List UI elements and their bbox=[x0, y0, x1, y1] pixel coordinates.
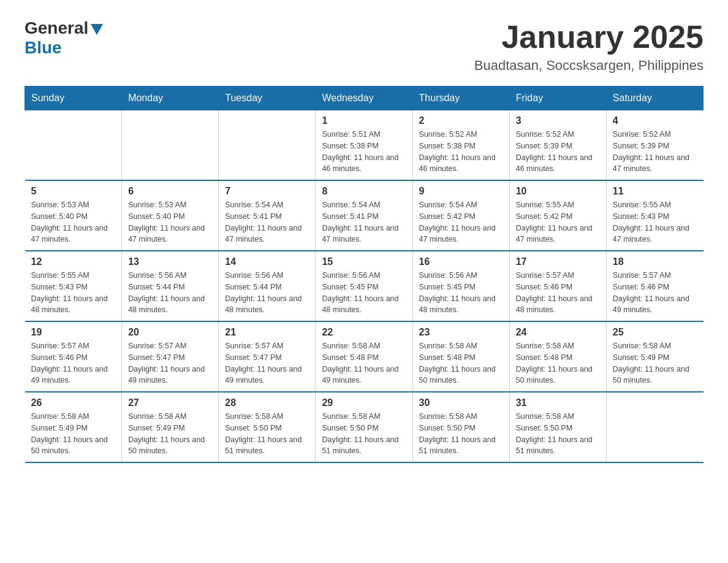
day-number: 15 bbox=[322, 256, 406, 267]
day-info: Sunrise: 5:52 AM Sunset: 5:39 PM Dayligh… bbox=[516, 129, 600, 175]
day-info: Sunrise: 5:57 AM Sunset: 5:46 PM Dayligh… bbox=[31, 340, 116, 386]
logo-blue: Blue bbox=[25, 38, 62, 58]
day-number: 28 bbox=[225, 397, 309, 408]
weekday-header-monday: Monday bbox=[122, 86, 219, 110]
calendar-cell: 2Sunrise: 5:52 AM Sunset: 5:38 PM Daylig… bbox=[412, 110, 509, 181]
day-info: Sunrise: 5:55 AM Sunset: 5:43 PM Dayligh… bbox=[613, 199, 697, 245]
logo-arrow-icon bbox=[91, 24, 103, 35]
day-number: 14 bbox=[225, 256, 309, 267]
calendar-cell: 1Sunrise: 5:51 AM Sunset: 5:38 PM Daylig… bbox=[316, 110, 412, 181]
calendar-cell bbox=[25, 110, 122, 181]
day-number: 30 bbox=[419, 397, 503, 408]
day-number: 13 bbox=[128, 256, 212, 267]
week-row-1: 1Sunrise: 5:51 AM Sunset: 5:38 PM Daylig… bbox=[25, 110, 703, 181]
day-info: Sunrise: 5:58 AM Sunset: 5:48 PM Dayligh… bbox=[322, 340, 406, 386]
day-number: 12 bbox=[31, 256, 116, 267]
day-info: Sunrise: 5:53 AM Sunset: 5:40 PM Dayligh… bbox=[128, 199, 212, 245]
day-info: Sunrise: 5:58 AM Sunset: 5:49 PM Dayligh… bbox=[128, 411, 212, 457]
day-info: Sunrise: 5:56 AM Sunset: 5:45 PM Dayligh… bbox=[419, 270, 503, 316]
weekday-header-wednesday: Wednesday bbox=[316, 86, 412, 110]
location-title: Buadtasan, Soccsksargen, Philippines bbox=[474, 58, 703, 74]
day-info: Sunrise: 5:58 AM Sunset: 5:49 PM Dayligh… bbox=[31, 411, 116, 457]
calendar-cell: 13Sunrise: 5:56 AM Sunset: 5:44 PM Dayli… bbox=[122, 251, 219, 321]
calendar-cell: 31Sunrise: 5:58 AM Sunset: 5:50 PM Dayli… bbox=[509, 392, 606, 462]
day-number: 7 bbox=[225, 186, 309, 197]
calendar-cell: 12Sunrise: 5:55 AM Sunset: 5:43 PM Dayli… bbox=[25, 251, 122, 321]
day-number: 27 bbox=[128, 397, 212, 408]
calendar-cell bbox=[606, 392, 703, 462]
day-info: Sunrise: 5:53 AM Sunset: 5:40 PM Dayligh… bbox=[31, 199, 116, 245]
day-number: 11 bbox=[613, 186, 697, 197]
week-row-4: 19Sunrise: 5:57 AM Sunset: 5:46 PM Dayli… bbox=[25, 321, 703, 392]
day-info: Sunrise: 5:56 AM Sunset: 5:44 PM Dayligh… bbox=[225, 270, 309, 316]
calendar-cell: 4Sunrise: 5:52 AM Sunset: 5:39 PM Daylig… bbox=[606, 110, 703, 181]
calendar-cell: 22Sunrise: 5:58 AM Sunset: 5:48 PM Dayli… bbox=[316, 321, 412, 392]
calendar-cell: 8Sunrise: 5:54 AM Sunset: 5:41 PM Daylig… bbox=[316, 180, 412, 251]
calendar-cell bbox=[122, 110, 219, 181]
day-info: Sunrise: 5:58 AM Sunset: 5:50 PM Dayligh… bbox=[419, 411, 503, 457]
week-row-5: 26Sunrise: 5:58 AM Sunset: 5:49 PM Dayli… bbox=[25, 392, 703, 462]
logo: General Blue bbox=[25, 18, 103, 58]
calendar-cell: 21Sunrise: 5:57 AM Sunset: 5:47 PM Dayli… bbox=[219, 321, 316, 392]
day-number: 9 bbox=[419, 186, 503, 197]
day-number: 4 bbox=[613, 115, 697, 126]
calendar-cell: 9Sunrise: 5:54 AM Sunset: 5:42 PM Daylig… bbox=[412, 180, 509, 251]
day-info: Sunrise: 5:54 AM Sunset: 5:42 PM Dayligh… bbox=[419, 199, 503, 245]
calendar-cell: 24Sunrise: 5:58 AM Sunset: 5:48 PM Dayli… bbox=[509, 321, 606, 392]
day-info: Sunrise: 5:58 AM Sunset: 5:48 PM Dayligh… bbox=[419, 340, 503, 386]
calendar-cell: 19Sunrise: 5:57 AM Sunset: 5:46 PM Dayli… bbox=[25, 321, 122, 392]
day-number: 1 bbox=[322, 115, 406, 126]
calendar-cell: 7Sunrise: 5:54 AM Sunset: 5:41 PM Daylig… bbox=[219, 180, 316, 251]
calendar-cell: 29Sunrise: 5:58 AM Sunset: 5:50 PM Dayli… bbox=[316, 392, 412, 462]
calendar-cell: 14Sunrise: 5:56 AM Sunset: 5:44 PM Dayli… bbox=[219, 251, 316, 321]
day-info: Sunrise: 5:57 AM Sunset: 5:47 PM Dayligh… bbox=[128, 340, 212, 386]
calendar-cell: 5Sunrise: 5:53 AM Sunset: 5:40 PM Daylig… bbox=[25, 180, 122, 251]
calendar-cell: 17Sunrise: 5:57 AM Sunset: 5:46 PM Dayli… bbox=[509, 251, 606, 321]
day-info: Sunrise: 5:58 AM Sunset: 5:50 PM Dayligh… bbox=[225, 411, 309, 457]
calendar-cell: 6Sunrise: 5:53 AM Sunset: 5:40 PM Daylig… bbox=[122, 180, 219, 251]
weekday-header-row: SundayMondayTuesdayWednesdayThursdayFrid… bbox=[25, 86, 703, 110]
calendar-cell: 18Sunrise: 5:57 AM Sunset: 5:46 PM Dayli… bbox=[606, 251, 703, 321]
day-number: 3 bbox=[516, 115, 600, 126]
calendar-cell: 10Sunrise: 5:55 AM Sunset: 5:42 PM Dayli… bbox=[509, 180, 606, 251]
calendar-cell: 28Sunrise: 5:58 AM Sunset: 5:50 PM Dayli… bbox=[219, 392, 316, 462]
month-title: January 2025 bbox=[474, 18, 703, 55]
day-info: Sunrise: 5:58 AM Sunset: 5:50 PM Dayligh… bbox=[322, 411, 406, 457]
day-number: 26 bbox=[31, 397, 116, 408]
week-row-3: 12Sunrise: 5:55 AM Sunset: 5:43 PM Dayli… bbox=[25, 251, 703, 321]
day-info: Sunrise: 5:54 AM Sunset: 5:41 PM Dayligh… bbox=[322, 199, 406, 245]
calendar-table: SundayMondayTuesdayWednesdayThursdayFrid… bbox=[25, 86, 703, 463]
calendar-cell: 27Sunrise: 5:58 AM Sunset: 5:49 PM Dayli… bbox=[122, 392, 219, 462]
day-info: Sunrise: 5:52 AM Sunset: 5:38 PM Dayligh… bbox=[419, 129, 503, 175]
logo-general: General bbox=[25, 18, 103, 38]
calendar-cell bbox=[219, 110, 316, 181]
day-info: Sunrise: 5:55 AM Sunset: 5:43 PM Dayligh… bbox=[31, 270, 116, 316]
weekday-header-thursday: Thursday bbox=[412, 86, 509, 110]
day-number: 19 bbox=[31, 327, 116, 338]
weekday-header-sunday: Sunday bbox=[25, 86, 122, 110]
day-number: 22 bbox=[322, 327, 406, 338]
calendar-cell: 25Sunrise: 5:58 AM Sunset: 5:49 PM Dayli… bbox=[606, 321, 703, 392]
day-info: Sunrise: 5:56 AM Sunset: 5:44 PM Dayligh… bbox=[128, 270, 212, 316]
day-number: 6 bbox=[128, 186, 212, 197]
day-info: Sunrise: 5:58 AM Sunset: 5:49 PM Dayligh… bbox=[613, 340, 697, 386]
day-info: Sunrise: 5:57 AM Sunset: 5:46 PM Dayligh… bbox=[516, 270, 600, 316]
day-number: 17 bbox=[516, 256, 600, 267]
calendar-cell: 16Sunrise: 5:56 AM Sunset: 5:45 PM Dayli… bbox=[412, 251, 509, 321]
day-number: 18 bbox=[613, 256, 697, 267]
day-number: 21 bbox=[225, 327, 309, 338]
day-number: 10 bbox=[516, 186, 600, 197]
title-block: January 2025 Buadtasan, Soccsksargen, Ph… bbox=[474, 18, 703, 74]
day-info: Sunrise: 5:52 AM Sunset: 5:39 PM Dayligh… bbox=[613, 129, 697, 175]
day-info: Sunrise: 5:56 AM Sunset: 5:45 PM Dayligh… bbox=[322, 270, 406, 316]
day-number: 25 bbox=[613, 327, 697, 338]
day-info: Sunrise: 5:58 AM Sunset: 5:48 PM Dayligh… bbox=[516, 340, 600, 386]
day-info: Sunrise: 5:57 AM Sunset: 5:47 PM Dayligh… bbox=[225, 340, 309, 386]
day-number: 29 bbox=[322, 397, 406, 408]
calendar-cell: 26Sunrise: 5:58 AM Sunset: 5:49 PM Dayli… bbox=[25, 392, 122, 462]
page-header: General Blue January 2025 Buadtasan, Soc… bbox=[25, 18, 703, 74]
weekday-header-saturday: Saturday bbox=[606, 86, 703, 110]
day-number: 16 bbox=[419, 256, 503, 267]
day-info: Sunrise: 5:55 AM Sunset: 5:42 PM Dayligh… bbox=[516, 199, 600, 245]
weekday-header-friday: Friday bbox=[509, 86, 606, 110]
